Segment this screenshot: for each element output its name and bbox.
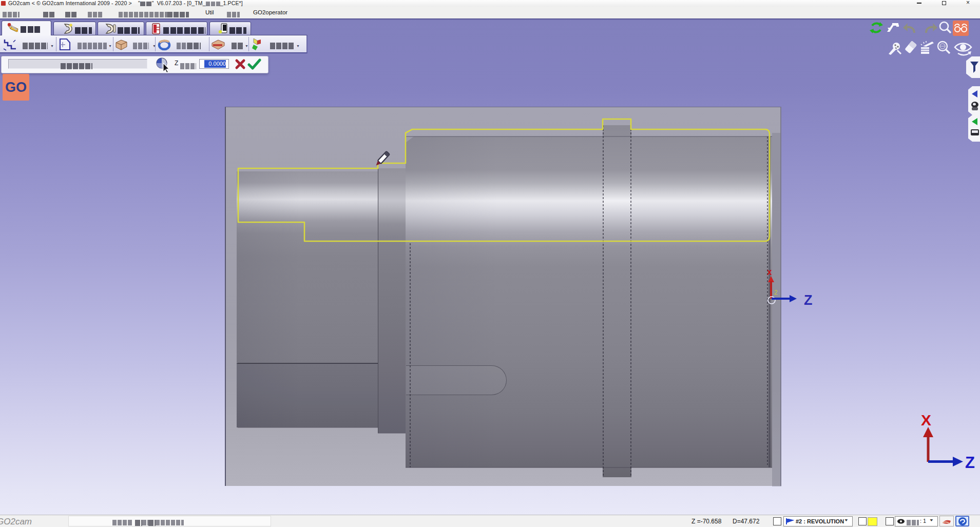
svg-text:X: X <box>921 412 931 428</box>
svg-text:Z: Z <box>804 292 813 308</box>
svg-text:X: X <box>767 268 772 277</box>
svg-text:Z: Z <box>965 454 975 472</box>
